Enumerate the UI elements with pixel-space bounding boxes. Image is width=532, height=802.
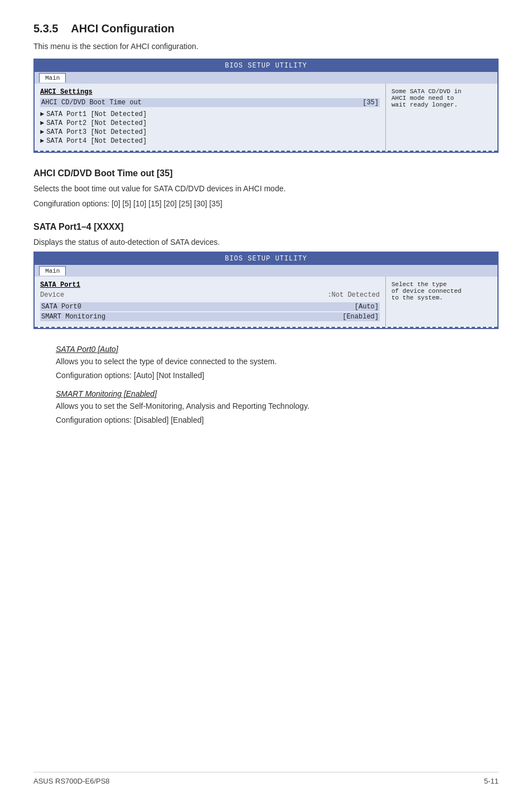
bios-left-1: AHCI Settings AHCI CD/DVD Boot Time out …: [35, 84, 386, 151]
bios-tab-row-2: Main: [35, 265, 497, 277]
intro-text: This menu is the section for AHCI config…: [33, 42, 499, 51]
device-label: Device: [40, 291, 64, 299]
bios-right-line3-1: wait ready longer.: [391, 102, 458, 108]
triangle-icon-2: ►: [40, 119, 44, 127]
device-value: :Not Detected: [327, 291, 380, 299]
bios-port-item-3: ►SATA Port3 [Not Detected]: [40, 128, 380, 136]
triangle-icon-3: ►: [40, 128, 44, 136]
bios-right-line3-2: to the system.: [391, 294, 443, 301]
bios-right-1: Some SATA CD/DVD in AHCI mode need to wa…: [386, 84, 497, 151]
smart-label: SMART Monitoring: [41, 313, 105, 321]
bios-tab-main-2[interactable]: Main: [39, 266, 66, 276]
bios-divider-2: [35, 327, 497, 328]
port0-label: SATA Port0: [41, 303, 81, 311]
smart-options: Configuration options: [Disabled] [Enabl…: [56, 414, 499, 426]
bios-port-item-4: ►SATA Port4 [Not Detected]: [40, 137, 380, 145]
ahci-cdvd-desc: Selects the boot time out value for SATA…: [33, 183, 499, 195]
ahci-cdvd-heading: AHCI CD/DVD Boot Time out [35]: [33, 168, 499, 178]
bios-content-1: AHCI Settings AHCI CD/DVD Boot Time out …: [35, 84, 497, 151]
smart-heading: SMART Monitoring [Enabled]: [56, 389, 499, 398]
bios-right-line1-2: Select the type: [391, 281, 447, 288]
bios-section-label-1: AHCI Settings: [40, 88, 380, 96]
bios-ports-1: ►SATA Port1 [Not Detected] ►SATA Port2 […: [40, 110, 380, 145]
bios-device-row: Device :Not Detected: [40, 291, 380, 299]
bios-port0-row: SATA Port0 [Auto]: [40, 302, 380, 311]
bios-right-line2-1: AHCI mode need to: [391, 95, 454, 102]
footer-left: ASUS RS700D-E6/PS8: [33, 777, 110, 785]
sata-port-heading: SATA Port1–4 [XXXX]: [33, 222, 499, 232]
sata-port0-heading: SATA Port0 [Auto]: [56, 345, 499, 354]
bios-divider-1: [35, 151, 497, 152]
smart-value: [Enabled]: [342, 313, 379, 321]
bios-box-1: BIOS SETUP UTILITY Main AHCI Settings AH…: [33, 59, 499, 153]
bios-tab-main-1[interactable]: Main: [39, 73, 66, 83]
bios-port0-section: SATA Port0 [Auto] SMART Monitoring [Enab…: [40, 302, 380, 321]
sata-port0-options: Configuration options: [Auto] [Not Insta…: [56, 370, 499, 381]
bios-header-2: BIOS SETUP UTILITY: [35, 253, 497, 265]
port0-value: [Auto]: [355, 303, 379, 311]
bios-port-label: SATA Port1: [40, 281, 380, 289]
ahci-cdvd-options: Congifuration options: [0] [5] [10] [15]…: [33, 198, 499, 210]
bios-header-1: BIOS SETUP UTILITY: [35, 60, 497, 72]
bios-port-item-2: ►SATA Port2 [Not Detected]: [40, 119, 380, 127]
bios-right-line2-2: of device connected: [391, 288, 461, 294]
bios-right-line1-1: Some SATA CD/DVD in: [391, 88, 461, 95]
bios-smart-row: SMART Monitoring [Enabled]: [40, 312, 380, 321]
triangle-icon-1: ►: [40, 110, 44, 118]
bios-box-2: BIOS SETUP UTILITY Main SATA Port1 Devic…: [33, 252, 499, 329]
sata-port0-desc: Allows you to select the type of device …: [56, 356, 499, 368]
smart-desc: Allows you to set the Self-Monitoring, A…: [56, 400, 499, 412]
bios-tab-row-1: Main: [35, 72, 497, 84]
sata-port-desc: Displays the status of auto-detection of…: [33, 236, 499, 248]
section-number: 5.3.5: [33, 22, 58, 35]
bios-left-2: SATA Port1 Device :Not Detected SATA Por…: [35, 277, 386, 327]
section-name: AHCI Configuration: [71, 22, 175, 35]
section-title: 5.3.5 AHCI Configuration: [33, 22, 499, 35]
bios-content-2: SATA Port1 Device :Not Detected SATA Por…: [35, 277, 497, 327]
bios-boot-row: AHCI CD/DVD Boot Time out [35]: [40, 98, 380, 107]
boot-row-label: AHCI CD/DVD Boot Time out: [41, 99, 142, 107]
bios-port-item-1: ►SATA Port1 [Not Detected]: [40, 110, 380, 118]
page-footer: ASUS RS700D-E6/PS8 5-11: [33, 772, 499, 785]
triangle-icon-4: ►: [40, 137, 44, 145]
bios-right-2: Select the type of device connected to t…: [386, 277, 497, 327]
footer-right: 5-11: [484, 777, 499, 785]
boot-row-value: [35]: [362, 99, 379, 107]
